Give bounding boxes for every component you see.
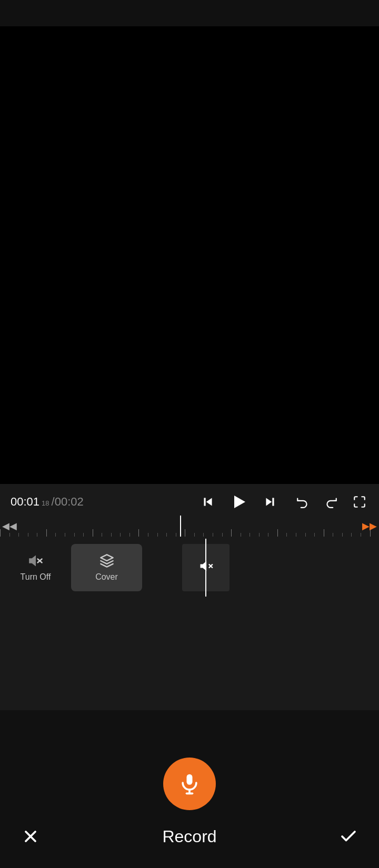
playback-controls	[199, 490, 368, 513]
bottom-nav: Record	[0, 815, 379, 868]
svg-rect-4	[272, 498, 274, 506]
svg-marker-8	[29, 557, 35, 565]
svg-marker-3	[266, 498, 272, 506]
ruler-track	[0, 526, 379, 537]
cover-button[interactable]: Cover	[71, 544, 142, 591]
time-row: 00:01 18 /00:02	[0, 484, 379, 516]
bottom-area: Record	[0, 710, 379, 868]
record-label: Record	[162, 827, 216, 846]
skip-back-button[interactable]	[199, 493, 217, 511]
ruler-row[interactable]: ◀◀	[0, 516, 379, 537]
turn-off-label: Turn Off	[21, 572, 51, 582]
svg-rect-11	[187, 774, 193, 785]
controls-area: 00:01 18 /00:02	[0, 484, 379, 710]
play-button[interactable]	[227, 490, 251, 513]
turn-off-button[interactable]: Turn Off	[0, 544, 71, 591]
svg-marker-2	[234, 496, 245, 508]
time-frame: 18	[42, 499, 49, 507]
skip-forward-button[interactable]	[261, 493, 279, 511]
ruler-arrow-right-icon: ▶▶	[360, 518, 379, 534]
video-preview	[0, 26, 379, 484]
time-total: /00:02	[52, 495, 84, 509]
track-playhead	[205, 539, 206, 597]
close-button[interactable]	[21, 827, 40, 846]
time-current: 00:01	[11, 495, 39, 509]
time-display: 00:01 18 /00:02	[11, 495, 84, 509]
redo-button[interactable]	[322, 493, 340, 511]
undo-button[interactable]	[294, 493, 312, 511]
fullscreen-button[interactable]	[351, 493, 368, 511]
cover-label: Cover	[95, 572, 118, 582]
mic-record-button[interactable]	[163, 758, 216, 810]
svg-rect-1	[204, 498, 205, 506]
confirm-button[interactable]	[339, 827, 358, 846]
svg-marker-0	[206, 498, 212, 506]
status-bar	[0, 0, 379, 26]
ruler-playhead	[180, 516, 181, 537]
track-buttons: Turn Off Cover	[0, 544, 142, 591]
thumbnail-track[interactable]: Turn Off Cover	[0, 539, 379, 597]
